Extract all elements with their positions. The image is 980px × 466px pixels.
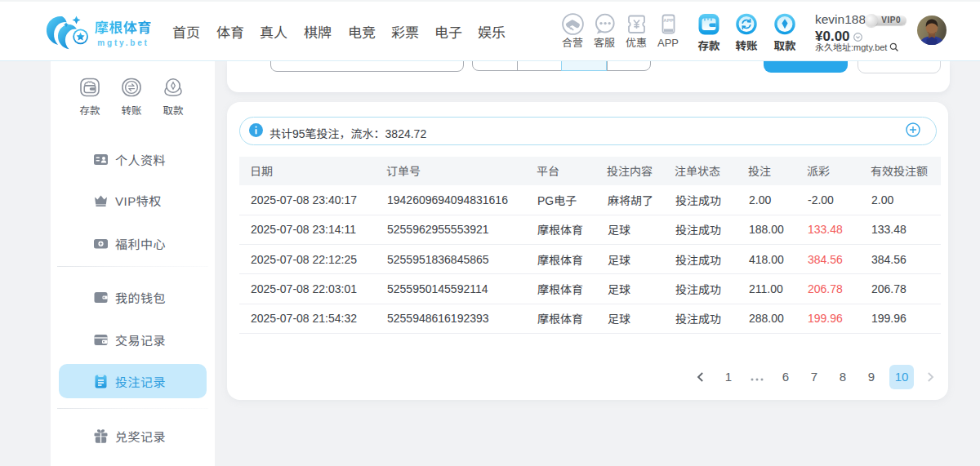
svg-text:APP: APP [663, 18, 673, 23]
